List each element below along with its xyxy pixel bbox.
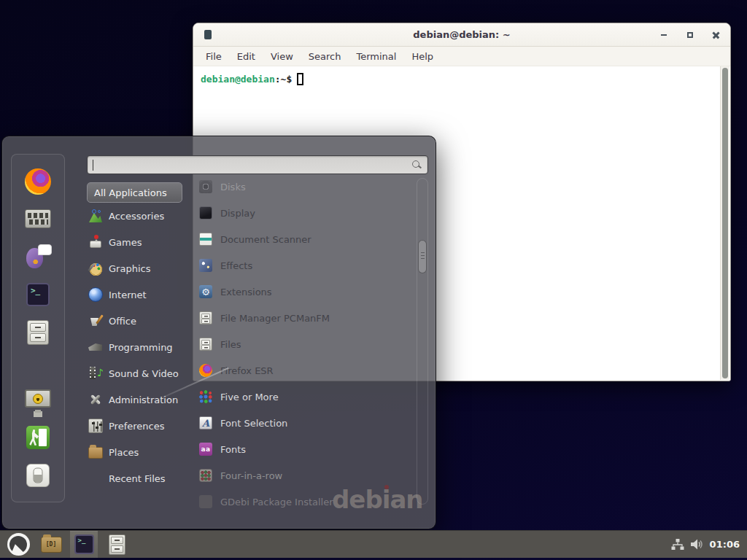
- network-icon[interactable]: [671, 539, 684, 551]
- taskbar-file-manager-button[interactable]: [37, 531, 65, 558]
- menu-search[interactable]: Search: [304, 49, 346, 64]
- preferences-icon: [88, 419, 103, 433]
- five-or-more-icon: [199, 390, 212, 403]
- close-button[interactable]: [711, 30, 721, 40]
- shell-prompt: debian@debian:~$: [193, 66, 730, 92]
- app-row-four-in-a-row: Four-in-a-row: [199, 464, 412, 486]
- app-row-firefox-esr[interactable]: Firefox ESR: [199, 359, 412, 381]
- document-scanner-icon: [199, 233, 212, 246]
- maximize-button[interactable]: [685, 30, 695, 40]
- app-row-extensions[interactable]: Extensions: [199, 281, 412, 303]
- font-selection-icon: [199, 416, 212, 429]
- menu-terminal[interactable]: Terminal: [352, 49, 400, 64]
- category-all-applications[interactable]: All Applications: [87, 182, 182, 203]
- office-icon: [88, 314, 103, 328]
- programming-icon: [88, 340, 103, 354]
- disks-icon: [199, 180, 212, 193]
- shutdown-icon[interactable]: [26, 464, 50, 487]
- file-manager-icon: [199, 311, 212, 324]
- favorites-panel: [11, 154, 65, 502]
- menu-view[interactable]: View: [266, 49, 298, 64]
- text-caret: [93, 160, 93, 171]
- app-row-effects[interactable]: Effects: [199, 254, 412, 276]
- effects-icon: [199, 259, 212, 272]
- terminal-titlebar[interactable]: debian@debian: ~: [193, 23, 730, 47]
- app-row-files[interactable]: Files: [199, 333, 412, 355]
- category-sound-video[interactable]: Sound & Video: [88, 363, 193, 384]
- favorite-terminal-icon[interactable]: [26, 283, 50, 306]
- app-row-file-manager[interactable]: File Manager PCManFM: [199, 307, 412, 329]
- menu-edit[interactable]: Edit: [233, 49, 260, 64]
- taskbar-files-button[interactable]: [103, 531, 131, 558]
- category-office[interactable]: Office: [88, 311, 193, 331]
- file-cabinet-icon: [109, 534, 125, 555]
- no-icon: [88, 471, 103, 486]
- lock-screen-icon[interactable]: [25, 389, 51, 408]
- category-internet[interactable]: Internet: [88, 284, 193, 305]
- app-row-document-scanner[interactable]: Document Scanner: [199, 228, 412, 250]
- minimize-button[interactable]: [659, 30, 669, 40]
- taskbar-terminal-button[interactable]: [70, 531, 98, 558]
- extensions-gear-icon: [199, 285, 212, 298]
- menu-help[interactable]: Help: [407, 49, 438, 64]
- start-menu-button[interactable]: [4, 531, 32, 558]
- app-row-disks: Disks: [199, 176, 412, 198]
- prompt-user-host: debian@debian: [201, 74, 275, 85]
- files-icon: [199, 338, 212, 351]
- sound-video-icon: [88, 366, 103, 381]
- display-icon: [199, 206, 212, 219]
- favorite-files-icon[interactable]: [27, 320, 49, 345]
- desktop: debian@debian: ~ File Edit View Search T…: [0, 0, 747, 560]
- search-icon: [412, 160, 422, 170]
- app-row-five-or-more[interactable]: Five or More: [199, 386, 412, 408]
- places-folder-icon: [88, 447, 103, 459]
- app-row-font-selection[interactable]: Font Selection: [199, 412, 412, 434]
- category-games[interactable]: Games: [88, 232, 193, 252]
- category-places[interactable]: Places: [88, 442, 193, 462]
- terminal-cursor: [297, 73, 303, 85]
- category-recent-files[interactable]: Recent Files: [88, 468, 193, 489]
- volume-icon[interactable]: [691, 539, 703, 550]
- taskbar: 01:06: [0, 530, 747, 558]
- fonts-icon: [199, 443, 212, 456]
- terminal-scrollbar-thumb[interactable]: [722, 68, 728, 378]
- terminal-scrollbar[interactable]: [720, 66, 729, 380]
- menu-scrollbar-thumb[interactable]: [418, 240, 427, 273]
- graphics-icon: [88, 261, 103, 276]
- menu-logo-icon: [7, 533, 30, 556]
- internet-globe-icon: [88, 287, 103, 302]
- favorite-pidgin-icon[interactable]: [26, 244, 50, 269]
- category-preferences[interactable]: Preferences: [88, 416, 193, 436]
- gdebi-icon: [199, 495, 212, 508]
- category-accessories[interactable]: Accessories: [88, 206, 193, 226]
- menu-search-input[interactable]: [87, 155, 428, 174]
- four-in-a-row-icon: [199, 469, 212, 482]
- terminal-icon: [74, 534, 94, 554]
- terminal-title: debian@debian: ~: [193, 29, 730, 40]
- menu-scrollbar[interactable]: [417, 178, 428, 505]
- favorite-software-icon[interactable]: [25, 209, 51, 228]
- terminal-menubar: File Edit View Search Terminal Help: [193, 47, 730, 66]
- category-programming[interactable]: Programming: [88, 337, 193, 357]
- app-row-fonts[interactable]: Fonts: [199, 438, 412, 460]
- logout-icon[interactable]: [26, 426, 50, 449]
- folder-icon: [41, 537, 62, 553]
- games-icon: [88, 235, 103, 249]
- app-row-gdebi: GDebi Package Installer: [199, 491, 412, 513]
- application-menu: debian All Applications Accessories Game…: [1, 136, 436, 529]
- administration-icon: [88, 392, 103, 407]
- app-row-display[interactable]: Display: [199, 202, 412, 224]
- prompt-path: :~$: [275, 74, 292, 85]
- category-administration[interactable]: Administration: [88, 389, 193, 410]
- accessories-icon: [88, 209, 103, 223]
- clock[interactable]: 01:06: [710, 539, 740, 550]
- favorite-firefox-icon[interactable]: [25, 168, 51, 195]
- category-graphics[interactable]: Graphics: [88, 258, 193, 279]
- menu-file[interactable]: File: [201, 49, 226, 64]
